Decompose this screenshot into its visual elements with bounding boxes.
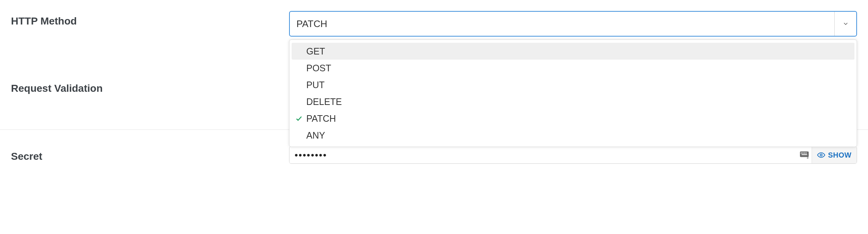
http-method-option-post[interactable]: POST [292,60,854,76]
secret-field-wrap: 3 SHOW [289,146,857,164]
svg-rect-3 [804,153,805,154]
http-method-label: HTTP Method [11,11,289,27]
secret-label: Secret [11,146,289,162]
check-icon [295,115,303,122]
svg-rect-5 [802,154,807,155]
http-method-selected-value: PATCH [296,18,834,30]
show-secret-label: SHOW [828,151,852,159]
option-label: ANY [306,130,325,141]
http-method-option-put[interactable]: PUT [292,76,854,93]
http-method-control: PATCH GETPOSTPUTDELETEPATCHANY [289,11,857,37]
secret-input[interactable] [289,147,797,163]
secret-control: 3 SHOW [289,146,857,164]
svg-rect-4 [806,153,807,154]
http-method-option-any[interactable]: ANY [292,127,854,144]
svg-rect-2 [802,153,804,154]
http-method-caret[interactable] [834,12,856,36]
http-method-option-patch[interactable]: PATCH [292,110,854,127]
option-label: PATCH [306,113,336,124]
request-validation-label: Request Validation [11,83,289,94]
http-method-option-delete[interactable]: DELETE [292,93,854,110]
eye-icon [817,151,825,159]
svg-text:3: 3 [807,156,809,159]
option-label: GET [306,46,325,57]
http-method-row: HTTP Method PATCH GETPOSTPUTDELETEPATCHA… [0,0,868,48]
http-method-dropdown[interactable]: GETPOSTPUTDELETEPATCHANY [289,39,857,147]
keyboard-icon: 3 [800,151,809,159]
option-label: PUT [306,80,325,90]
show-secret-button[interactable]: SHOW [812,147,857,163]
chevron-down-icon [842,20,849,27]
option-check-slot [295,115,306,122]
svg-point-7 [820,154,822,156]
svg-rect-1 [801,153,802,154]
option-label: POST [306,63,331,73]
http-method-select[interactable]: PATCH [289,11,857,37]
keyboard-icon-wrap: 3 [797,147,812,163]
option-label: DELETE [306,97,342,107]
http-method-option-get[interactable]: GET [292,43,854,60]
